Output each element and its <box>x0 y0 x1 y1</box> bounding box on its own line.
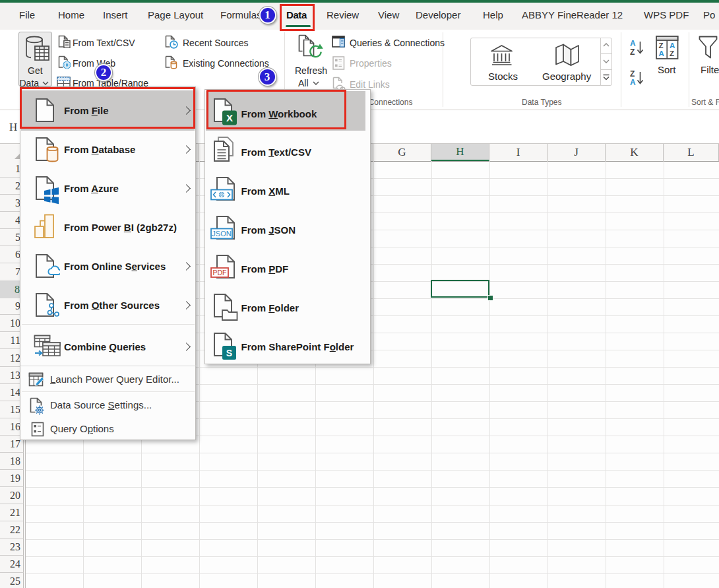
svg-text:Z: Z <box>659 42 664 49</box>
svg-text:S: S <box>226 348 232 358</box>
svg-text:A: A <box>630 78 636 86</box>
svg-text:Z: Z <box>630 48 635 56</box>
svg-text:JSON: JSON <box>212 230 231 238</box>
svg-text:PDF: PDF <box>212 269 226 277</box>
svg-text:Z: Z <box>670 49 674 57</box>
svg-text:A: A <box>670 42 675 49</box>
svg-text:A: A <box>659 49 664 57</box>
